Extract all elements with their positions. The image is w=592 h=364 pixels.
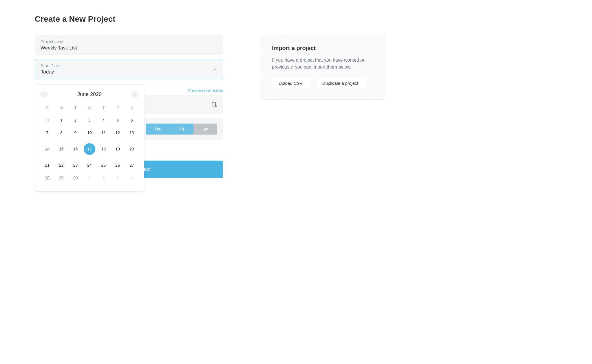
calendar-day[interactable]: 13 (125, 128, 139, 138)
day-toggle-thu[interactable]: Thu (146, 124, 170, 135)
project-name-label: Project name (41, 39, 217, 44)
calendar-day[interactable]: 1 (83, 173, 97, 183)
calendar-day[interactable]: 1 (54, 115, 69, 125)
import-title: Import a project (272, 45, 374, 52)
page-title: Create a New Project (35, 14, 223, 24)
calendar-day[interactable]: 2 (68, 115, 83, 125)
calendar-day[interactable]: 26 (111, 160, 125, 170)
calendar-day[interactable]: 19 (111, 140, 125, 158)
upload-csv-button[interactable]: Upload CSV (272, 77, 309, 89)
start-date-value: Today (41, 69, 217, 75)
calendar-day[interactable]: 8 (54, 128, 69, 138)
date-picker-popup: June 2020 SMTWTFS31123456789101112131415… (35, 84, 144, 192)
calendar-day[interactable]: 28 (40, 173, 54, 183)
duplicate-project-button[interactable]: Duplicate a project (316, 77, 365, 89)
calendar-day[interactable]: 3 (83, 115, 97, 125)
day-toggle-sat[interactable]: Sat (193, 124, 217, 135)
calendar-day[interactable]: 29 (54, 173, 69, 183)
calendar-day[interactable]: 15 (54, 140, 69, 158)
calendar-next-button[interactable] (131, 91, 139, 98)
calendar-dow: M (54, 103, 69, 113)
import-panel: Import a project If you have a project t… (261, 35, 385, 100)
calendar-month-label: June 2020 (77, 91, 102, 98)
calendar-day[interactable]: 18 (96, 140, 111, 158)
calendar-day[interactable]: 4 (96, 115, 111, 125)
calendar-dow: F (111, 103, 125, 113)
calendar-day[interactable]: 12 (111, 128, 125, 138)
calendar-dow: S (40, 103, 54, 113)
calendar-day[interactable]: 6 (125, 115, 139, 125)
calendar-prev-button[interactable] (40, 91, 48, 98)
calendar-day[interactable]: 3 (111, 173, 125, 183)
calendar-day[interactable]: 16 (68, 140, 83, 158)
start-date-field[interactable]: Start Date Today (35, 59, 223, 79)
calendar-day[interactable]: 11 (96, 128, 111, 138)
calendar-day[interactable]: 7 (40, 128, 54, 138)
calendar-dow: T (68, 103, 83, 113)
calendar-day[interactable]: 2 (96, 173, 111, 183)
search-document-icon[interactable] (211, 102, 217, 107)
calendar-day[interactable]: 24 (83, 160, 97, 170)
day-toggle-fri[interactable]: Fri (170, 124, 193, 135)
calendar-day[interactable]: 25 (96, 160, 111, 170)
calendar-dow: W (83, 103, 97, 113)
calendar-day[interactable]: 5 (111, 115, 125, 125)
calendar-day[interactable]: 10 (83, 128, 97, 138)
calendar-dow: T (96, 103, 111, 113)
chevron-down-icon (213, 67, 217, 71)
project-name-value: Weekly Task List (41, 45, 217, 51)
calendar-day[interactable]: 31 (40, 115, 54, 125)
project-name-field[interactable]: Project name Weekly Task List (35, 35, 223, 55)
calendar-day[interactable]: 21 (40, 160, 54, 170)
calendar-day[interactable]: 27 (125, 160, 139, 170)
calendar-day[interactable]: 22 (54, 160, 69, 170)
calendar-day[interactable]: 4 (125, 173, 139, 183)
calendar-day[interactable]: 30 (68, 173, 83, 183)
calendar-day[interactable]: 17 (83, 140, 97, 158)
calendar-day[interactable]: 23 (68, 160, 83, 170)
svg-line-2 (216, 106, 217, 107)
calendar-day[interactable]: 9 (68, 128, 83, 138)
preview-templates-link[interactable]: Preview templates (187, 88, 223, 93)
start-date-label: Start Date (41, 63, 217, 68)
calendar-day[interactable]: 14 (40, 140, 54, 158)
calendar-dow: S (125, 103, 139, 113)
calendar-day[interactable]: 20 (125, 140, 139, 158)
import-description: If you have a project that you have work… (272, 57, 374, 71)
